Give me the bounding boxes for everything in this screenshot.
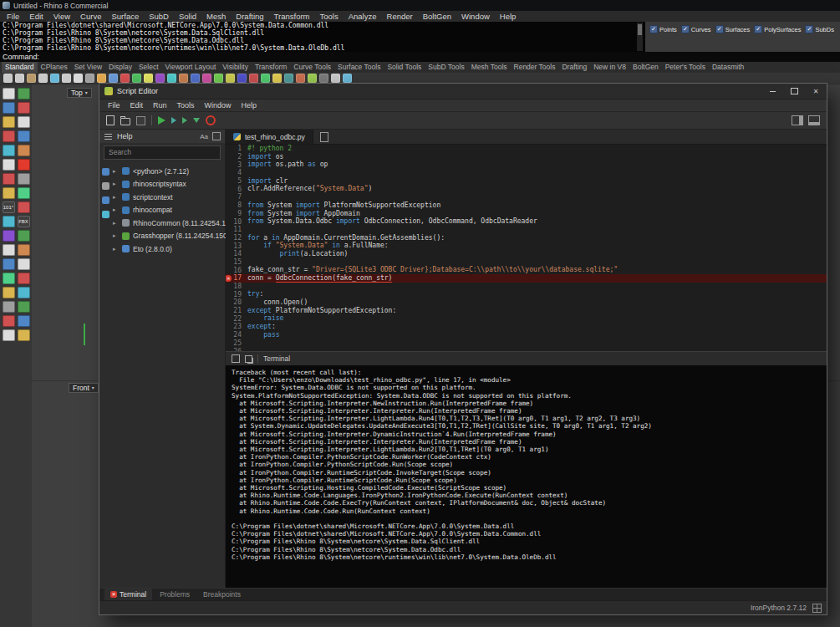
panel-strip-icon-1[interactable] — [102, 168, 109, 176]
toolbar-icon-18[interactable] — [202, 74, 211, 83]
command-history-scrollbar[interactable] — [637, 23, 643, 51]
toolbar-icon-5[interactable] — [50, 74, 59, 83]
toolbar-icon-25[interactable] — [284, 74, 293, 83]
menu-edit[interactable]: Edit — [24, 11, 48, 22]
help-tree-item[interactable]: ▸RhinoCommon (8.11.24254.15001) — [113, 217, 225, 230]
toolbar-tab-subd-tools[interactable]: SubD Tools — [425, 62, 467, 73]
toolbar-icon-27[interactable] — [308, 74, 317, 83]
toolbar-icon-9[interactable] — [97, 74, 106, 83]
new-file-icon[interactable] — [106, 115, 115, 125]
checkbox-icon[interactable]: ✓ — [805, 25, 813, 33]
tool-icon-8[interactable] — [18, 130, 30, 142]
viewport-label-front[interactable]: Front ▾ — [69, 383, 99, 393]
tool-icon-21[interactable] — [3, 230, 15, 242]
filter-surfaces[interactable]: ✓Surfaces — [715, 25, 751, 33]
command-history[interactable]: C:\Program Files\dotnet\shared\Microsoft… — [0, 22, 645, 52]
toolbar-icon-17[interactable] — [191, 74, 200, 83]
toggle-bottom-panel-icon[interactable] — [808, 115, 820, 125]
popout-icon[interactable] — [212, 132, 221, 140]
toolbar-icon-23[interactable] — [261, 74, 270, 83]
tool-icon-16[interactable] — [18, 187, 30, 199]
tool-icon-19[interactable] — [3, 216, 15, 227]
script-editor-titlebar[interactable]: Script Editor ✕ — [99, 84, 827, 99]
tool-icon-32[interactable] — [18, 301, 30, 313]
toolbar-icon-10[interactable] — [109, 74, 118, 83]
menu-analyze[interactable]: Analyze — [344, 11, 382, 22]
menu-surface[interactable]: Surface — [106, 11, 144, 22]
toolbar-tab-select[interactable]: Select — [135, 62, 162, 73]
tool-icon-30[interactable] — [18, 287, 30, 298]
help-tree-item[interactable]: ▸Eto (2.8.0.0) — [113, 242, 225, 256]
stop-record-icon[interactable] — [206, 115, 216, 125]
tool-icon-3[interactable] — [3, 102, 15, 114]
tool-icon-36[interactable] — [18, 329, 30, 341]
help-tree-item[interactable]: ▸Grasshopper (8.11.24254.15001) — [113, 230, 225, 243]
toolbar-tab-render-tools[interactable]: Render Tools — [511, 62, 559, 73]
help-search-input[interactable]: Search — [104, 145, 221, 160]
toolbar-icon-6[interactable] — [62, 74, 71, 83]
tool-icon-9[interactable] — [3, 145, 15, 156]
toolbar-tab-viewport-layout[interactable]: Viewport Layout — [162, 62, 220, 73]
debug-step-icon[interactable] — [171, 117, 176, 124]
editor-tab-active[interactable]: test_rhino_odbc.py — [226, 130, 313, 144]
tool-icon-7[interactable] — [3, 130, 15, 142]
menu-render[interactable]: Render — [382, 11, 418, 22]
menu-mesh[interactable]: Mesh — [201, 11, 231, 22]
tool-icon-6[interactable] — [18, 116, 30, 128]
expand-arrow-icon[interactable]: ▸ — [113, 181, 119, 187]
toolbar-icon-13[interactable] — [144, 74, 153, 83]
tool-icon-5[interactable] — [3, 116, 15, 128]
menu-solid[interactable]: Solid — [174, 11, 201, 22]
tool-icon-35[interactable] — [3, 329, 15, 341]
help-tree-item[interactable]: ▸scriptcontext — [113, 191, 225, 204]
editor-menu-help[interactable]: Help — [237, 99, 262, 111]
editor-menu-window[interactable]: Window — [200, 99, 237, 111]
editor-menu-run[interactable]: Run — [148, 99, 172, 111]
toolbar-icon-14[interactable] — [155, 74, 165, 83]
expand-arrow-icon[interactable]: ▸ — [113, 206, 119, 213]
toolbar-icon-1[interactable] — [3, 74, 13, 83]
expand-arrow-icon[interactable]: ▸ — [113, 194, 119, 201]
tool-icon-33[interactable] — [3, 315, 15, 327]
checkbox-icon[interactable]: ✓ — [649, 25, 658, 33]
scrollbar-thumb[interactable] — [638, 24, 642, 35]
font-size-button[interactable]: Aa — [200, 133, 208, 140]
toolbar-icon-21[interactable] — [237, 74, 247, 83]
panel-tab-terminal[interactable]: ✕Terminal — [104, 589, 152, 600]
toolbar-tab-transform[interactable]: Transform — [252, 62, 290, 73]
editor-menu-tools[interactable]: Tools — [172, 99, 200, 111]
panel-strip-icon-3[interactable] — [102, 196, 109, 204]
toolbar-icon-3[interactable] — [27, 74, 36, 83]
command-prompt[interactable]: Command: — [0, 52, 840, 62]
new-tab-icon[interactable] — [320, 132, 328, 142]
toolbar-tab-solid-tools[interactable]: Solid Tools — [384, 62, 425, 73]
panel-tab-problems[interactable]: Problems — [154, 589, 196, 600]
toolbar-icon-7[interactable] — [74, 74, 83, 83]
tool-icon-28[interactable] — [18, 273, 30, 284]
toolbar-icon-11[interactable] — [120, 74, 130, 83]
toolbar-icon-24[interactable] — [272, 74, 282, 83]
debug-step-into-icon[interactable] — [193, 118, 200, 123]
toolbar-icon-16[interactable] — [179, 74, 188, 83]
help-tree-item[interactable]: ▸<python> (2.7.12) — [113, 165, 225, 178]
tool-icon-23[interactable] — [3, 244, 15, 256]
toolbar-tab-mesh-tools[interactable]: Mesh Tools — [468, 62, 511, 73]
toolbar-icon-29[interactable] — [331, 74, 340, 83]
toolbar-tab-standard[interactable]: Standard — [2, 62, 38, 73]
help-tree-item[interactable]: ▸rhinoscriptsyntax — [113, 178, 225, 191]
run-script-button[interactable] — [158, 116, 165, 125]
tool-icon-2[interactable] — [18, 88, 30, 99]
toolbar-tab-visibility[interactable]: Visibility — [219, 62, 252, 73]
menu-tools[interactable]: Tools — [315, 11, 344, 22]
toolbar-tab-display[interactable]: Display — [105, 62, 135, 73]
tool-icon-15[interactable] — [3, 187, 15, 199]
filter-subds[interactable]: ✓SubDs — [805, 25, 834, 33]
panel-strip-icon-2[interactable] — [102, 182, 109, 190]
tool-icon-14[interactable] — [18, 173, 30, 185]
tool-icon-31[interactable] — [3, 301, 15, 313]
grid-icon[interactable] — [812, 604, 822, 613]
tool-icon-34[interactable] — [18, 315, 30, 327]
tool-icon-11[interactable] — [3, 159, 15, 171]
toolbar-tab-surface-tools[interactable]: Surface Tools — [334, 62, 384, 73]
tool-icon-20[interactable]: FBX — [18, 216, 30, 227]
